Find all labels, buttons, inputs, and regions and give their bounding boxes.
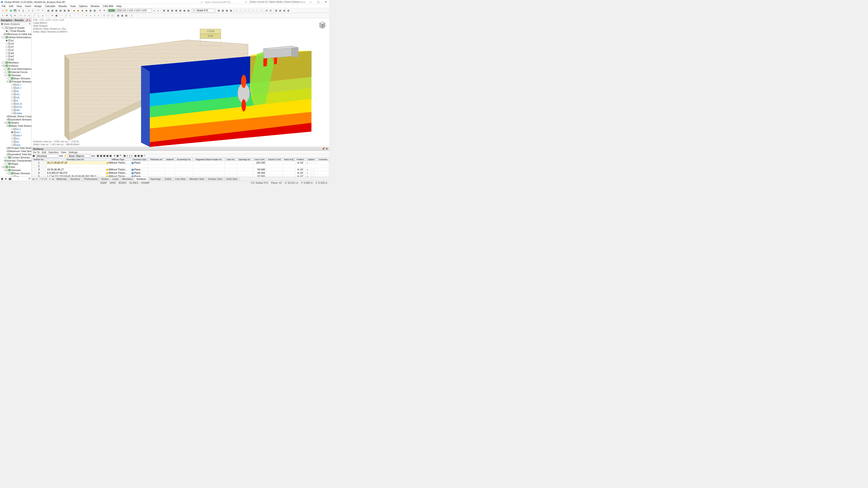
tree-node[interactable]: ▸Equivalent Total Strains [0,153,31,156]
col-header[interactable]: Options [305,158,317,161]
tree-node[interactable]: ▸Local Deformations [0,67,31,70]
j1-icon[interactable]: ◧ [274,9,278,12]
tb-o-icon[interactable]: ▦ [141,154,143,157]
calc5-icon[interactable]: ▦ [89,9,92,12]
close-button[interactable]: ✕ [322,0,329,3]
menu-options[interactable]: Options [79,5,88,7]
panel-pin-icon[interactable]: 📌 [322,147,325,150]
pt2-prev-icon[interactable]: ◂ [91,154,93,157]
sel3-icon[interactable]: ▭ [27,14,31,18]
tabs-last[interactable]: ⏭ [52,177,55,180]
tree-node[interactable]: αm [0,108,31,111]
view4-icon[interactable]: ▦ [174,9,178,12]
print-icon[interactable]: 🖨 [21,9,25,12]
tree-node[interactable]: φZ [0,58,31,61]
menu-cad-bim[interactable]: CAD-BIM [103,5,113,7]
next-icon[interactable]: ▸ [156,9,160,12]
tree-node[interactable]: σx [0,175,31,177]
h12-icon[interactable]: ▦ [124,14,128,18]
tree-node[interactable]: Differences to initial state [0,33,31,36]
nav-close-icon[interactable]: ✕ [29,19,31,22]
table-row[interactable]: 2 [32,164,329,168]
tree-node[interactable]: ▸Equivalent Stresses [0,118,31,121]
rotate-icon[interactable]: ⟳ [13,14,17,18]
pt-prev-icon[interactable]: ◂ [59,154,61,157]
tree-node[interactable]: uY [0,45,31,48]
tree-node[interactable]: γxy,- [0,143,31,147]
tab-solids[interactable]: Solids [163,177,174,181]
view6-icon[interactable]: ▦ [182,9,186,12]
tb-n-icon[interactable]: ▦ [137,154,140,157]
col-header[interactable]: Comment [317,158,329,161]
grid-toggle[interactable]: GRID [110,182,116,184]
structure-combo[interactable]: Structure [36,154,58,158]
i2-icon[interactable]: ⊞ [269,9,272,12]
tab-openings[interactable]: Openings [148,177,163,181]
tabs-prev[interactable]: ◂ [35,177,38,180]
e1-icon[interactable]: ▣ [55,14,58,18]
panel-menu-selection[interactable]: Selection [49,151,59,154]
col-header[interactable]: Area A [m²] [253,158,266,161]
navigator-subbar[interactable]: ▦ Static Analysis ▾ [0,22,31,26]
f10-icon[interactable]: ∿ [97,14,100,18]
i1-icon[interactable]: ⊞ [265,9,268,12]
new-icon[interactable]: □ [1,9,4,12]
surfaces-table[interactable]: Surface No.Boundary Lines No.Stiffness T… [32,158,329,177]
tree-node[interactable]: ▾Type of results [0,26,31,29]
tb-e-icon[interactable]: ▦ [110,154,112,157]
f6-icon[interactable]: ⌒ [81,14,84,18]
view1-icon[interactable]: ▦ [162,9,166,12]
col-header[interactable]: Integrated Objects Nodes No. [193,158,225,161]
tree-node[interactable]: uZ [0,48,31,52]
tab-solid-sets[interactable]: Solid Sets [224,177,239,181]
h1-icon[interactable]: ⬚ [235,9,238,12]
tree-node[interactable]: ▾Principal Stresses [0,80,31,83]
calc1-icon[interactable]: ◆ [72,9,76,12]
calc2-icon[interactable]: ◆ [76,9,80,12]
table-row[interactable]: 319-26,36-45,27Without Thickn...Plane50.… [32,168,329,171]
tree-node[interactable]: ▸Elastic Stress Components [0,115,31,118]
g4-icon[interactable]: ▦ [229,9,232,12]
maximize-button[interactable]: ▢ [315,0,322,3]
tab-sections[interactable]: Sections [68,177,82,181]
f3-icon[interactable]: ╲ [68,14,72,18]
col-header[interactable]: Surface No. [32,158,46,161]
tree-node[interactable]: ▾Solids [0,165,31,168]
tabs-first[interactable]: ⏮ [32,177,35,180]
view-cube[interactable]: -Y [318,20,327,29]
sel1-icon[interactable]: ▭ [19,14,22,18]
g3-icon[interactable]: ▦ [225,9,228,12]
tree-node[interactable]: ▸Basic Stresses [0,77,31,80]
col-header[interactable]: Thickness No. [148,158,165,161]
f1-icon[interactable]: ─ [60,14,64,18]
calc4-icon[interactable]: ◉ [85,9,88,12]
tree-node[interactable]: ▸Members [0,61,31,64]
tab-nodes[interactable]: Nodes [100,177,111,181]
menu-assign[interactable]: Assign [34,5,42,7]
tb-j-icon[interactable]: ƒ [127,155,128,157]
tree-node[interactable]: σ1,- [0,93,31,96]
h2-icon[interactable]: ⬚ [239,9,242,12]
tree-node[interactable]: ▾Strains [0,121,31,124]
h10-icon[interactable]: ▦ [116,14,120,18]
zoom-icon[interactable]: 🔍 [9,14,13,18]
f4-icon[interactable]: ⌒ [72,14,76,18]
dwg4-icon[interactable]: ○ [45,14,49,18]
col-header[interactable]: Boundary Lines No. [46,158,105,161]
col-header[interactable]: Position [295,158,305,161]
load-combo[interactable]: CO2 LC1 + LC2 + LC3 + LC4 [116,9,152,12]
tree-node[interactable]: γxy,+ [0,134,31,137]
menu-edit[interactable]: Edit [9,5,13,7]
g12-icon[interactable]: ⬡ [111,14,114,18]
calc6-icon[interactable]: ▦ [93,9,96,12]
tab-thicknesses[interactable]: Thicknesses [82,177,99,181]
dwg3-icon[interactable]: ⊿ [41,14,44,18]
j4-icon[interactable]: ◧ [287,9,290,12]
h4-icon[interactable]: ⬚ [247,9,250,12]
move-icon[interactable]: ✥ [5,14,8,18]
tree-node[interactable]: ▾Global Deformations [0,36,31,39]
dwg2-icon[interactable]: ╲ [37,14,40,18]
del-icon[interactable]: ✕ [51,14,54,18]
tab-member-sets[interactable]: Member Sets [188,177,206,181]
tree-node[interactable]: φX [0,52,31,55]
